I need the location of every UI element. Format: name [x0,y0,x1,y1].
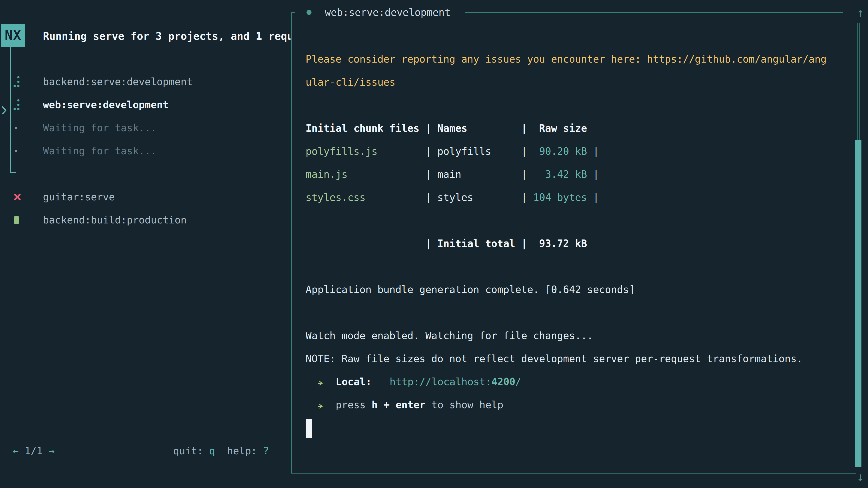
running-status-dot-icon [307,10,311,15]
task-row-backend-build-production[interactable]: backend:build:production [0,208,291,232]
task-label: Waiting for task... [43,116,157,139]
panel-title: web:serve:development [325,1,451,24]
chunk-table-header: Initial chunk files | Names | Raw size [306,117,844,140]
blank-line [306,94,844,117]
chunk-row-polyfills: polyfills.js | polyfills | 90.20 kB | [306,140,844,163]
task-list-finished: guitar:servebackend:build:production [0,186,291,232]
task-row-web-serve-development[interactable]: web:serve:development [0,93,291,116]
pager-prev-icon[interactable]: ← [13,445,19,457]
blank-line [306,255,844,278]
quit-hint-label: quit: [173,445,203,457]
text-segment: Application bundle generation complete. … [306,284,635,295]
text-segment [372,376,390,387]
local-url-line: Local: http://localhost:4200/ [306,370,844,393]
text-cursor [306,419,312,438]
text-segment: press [336,399,372,411]
task-label: Waiting for task... [43,139,157,162]
text-segment: ular-cli/issues [306,76,395,88]
local-url-host[interactable]: http://localhost: [390,376,491,387]
task-row-backend-serve-development[interactable]: backend:serve:development [0,70,291,93]
text-segment: styles.css [306,192,419,203]
text-segment [306,399,318,411]
panel-border-top [465,12,843,13]
pager-next-icon[interactable]: → [49,445,55,457]
blank-line [306,301,844,324]
local-url-slash[interactable]: / [515,376,522,387]
note-line: NOTE: Raw file sizes do not reflect deve… [306,347,844,370]
text-segment: Please consider reporting any issues you… [306,53,827,65]
panel-border-left [291,12,292,474]
help-hint-key: ? [263,445,269,457]
text-segment: | [587,168,599,180]
text-segment: Local: [336,376,372,387]
selection-caret-icon [0,100,8,109]
cursor-line [306,416,844,440]
text-segment: Initial chunk files | Names | Raw size [306,123,587,134]
task-row-guitar-serve[interactable]: guitar:serve [0,186,291,208]
help-hint-line: press h + enter to show help [306,393,844,416]
waiting-dot-icon [13,150,17,152]
issue-report-notice-line-1: Please consider reporting any issues you… [306,48,844,71]
panel-border-top-stub [291,12,295,13]
issue-report-notice-line-2: ular-cli/issues [306,71,844,94]
spinner-icon [13,76,20,87]
task-row-waiting-for-task[interactable]: Waiting for task... [0,139,291,162]
scrollbar-thumb[interactable] [855,140,862,467]
scroll-up-icon[interactable]: ↑ [854,5,867,21]
task-label: web:serve:development [43,93,168,116]
text-segment: 90.20 kB [533,145,587,157]
local-url-port[interactable]: 4200 [491,376,515,387]
watch-mode-line: Watch mode enabled. Watching for file ch… [306,324,844,347]
pager-current: 1/1 [25,445,42,457]
text-segment [324,399,336,411]
keyboard-hints: quit: q help: ? [173,440,269,462]
bundle-complete-line: Application bundle generation complete. … [306,278,844,301]
text-segment: | polyfills | [419,145,533,157]
panel-border-bottom [291,473,856,474]
chunk-row-styles: styles.css | styles | 104 bytes | [306,186,844,209]
nx-logo: NX [1,24,25,47]
help-hint-label: help: [227,445,257,457]
chunk-row-main: main.js | main | 3.42 kB | [306,163,844,186]
task-label: backend:serve:development [43,70,193,93]
pager-spacer [42,445,49,457]
initial-total-row: | Initial total | 93.72 kB [306,232,844,255]
text-segment: | styles | [419,192,533,203]
task-list-active: backend:serve:developmentweb:serve:devel… [0,70,291,162]
text-segment: NOTE: Raw file sizes do not reflect deve… [306,353,803,364]
text-segment: | Initial total | 93.72 kB [306,238,587,249]
text-segment: polyfills.js [306,145,419,157]
task-row-waiting-for-task[interactable]: Waiting for task... [0,116,291,139]
task-label: guitar:serve [43,186,115,208]
text-segment: main.js [306,168,419,180]
scroll-down-icon[interactable]: ↓ [854,469,867,485]
text-segment: Watch mode enabled. Watching for file ch… [306,330,593,341]
pager[interactable]: ← 1/1 → [13,440,55,462]
hint-space [203,445,209,457]
arrow-right-icon [318,394,324,417]
task-output: Please consider reporting any issues you… [306,48,844,440]
text-segment [306,376,318,387]
app-title: Running serve for 3 projects, and 1 requ [43,25,291,47]
text-segment: | [587,192,599,203]
hint-space [257,445,263,457]
text-segment [324,376,336,387]
pager-position [19,445,25,457]
text-segment: 104 bytes [533,192,587,203]
text-segment: 3.42 kB [533,168,587,180]
quit-hint-key: q [209,445,215,457]
success-square-icon [13,216,19,224]
spinner-icon [13,99,20,110]
waiting-dot-icon [13,127,17,129]
arrow-right-icon [318,371,324,394]
blank-line [306,209,844,232]
task-label: backend:build:production [43,208,187,232]
text-segment: | main | [419,168,533,180]
hint-space [215,445,227,457]
error-cross-icon [13,193,21,201]
text-segment: | [587,145,599,157]
task-tree-corner [10,172,16,173]
text-segment: h + enter [372,399,426,411]
text-segment: to show help [426,399,503,411]
